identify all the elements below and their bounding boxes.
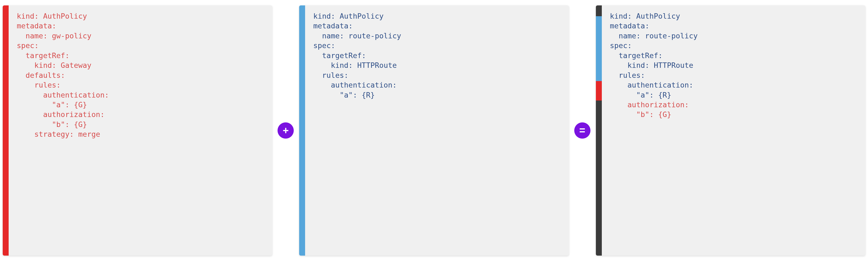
panel-route-policy: kind: AuthPolicy metadata: name: route-p…: [299, 5, 568, 256]
merged-blue-lines: kind: AuthPolicy metadata: name: route-p…: [610, 12, 698, 99]
accent-bar: [3, 5, 9, 256]
plus-operator-icon: +: [278, 122, 294, 139]
accent-red: [3, 5, 9, 256]
accent-dark: [596, 100, 602, 256]
equals-operator-icon: =: [574, 122, 590, 139]
code-block-1: kind: AuthPolicy metadata: name: gw-poli…: [9, 5, 117, 256]
merged-red-lines: authorization: "b": {G}: [610, 100, 689, 119]
diagram-row: kind: AuthPolicy metadata: name: gw-poli…: [3, 5, 865, 256]
accent-blue: [596, 16, 602, 81]
code-block-2: kind: AuthPolicy metadata: name: route-p…: [305, 5, 409, 256]
panel-merged-result: kind: AuthPolicy metadata: name: route-p…: [596, 5, 865, 256]
accent-blue: [299, 5, 305, 256]
code-block-3: kind: AuthPolicy metadata: name: route-p…: [602, 5, 706, 256]
panel-gateway-policy: kind: AuthPolicy metadata: name: gw-poli…: [3, 5, 272, 256]
accent-bar: [299, 5, 305, 256]
accent-red: [596, 81, 602, 100]
accent-bar-combo: [596, 5, 602, 256]
accent-dark: [596, 5, 602, 16]
